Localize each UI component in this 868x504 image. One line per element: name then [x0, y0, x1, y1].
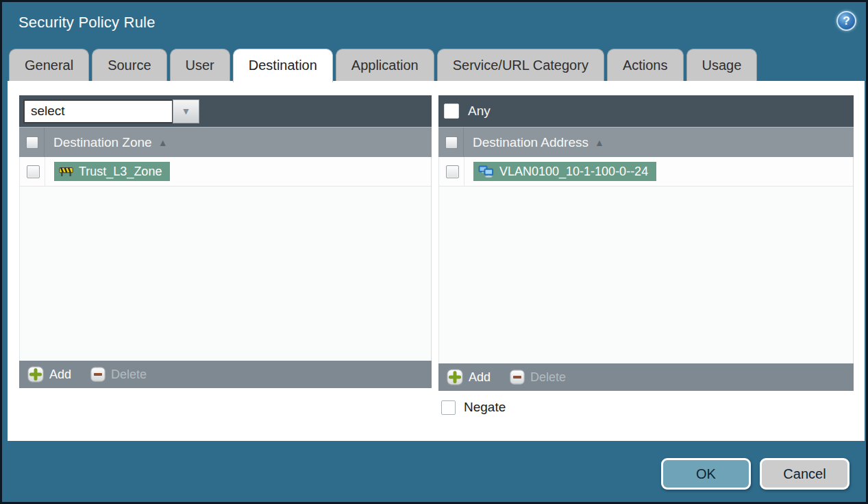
- zone-select-bar: ▼: [19, 95, 432, 127]
- address-icon: [478, 165, 494, 178]
- zone-select-all-checkbox[interactable]: [26, 136, 38, 149]
- delete-icon: [90, 367, 106, 382]
- table-row[interactable]: Trust_L3_Zone: [20, 157, 431, 187]
- dialog-title: Security Policy Rule: [18, 14, 156, 32]
- sort-asc-icon: ▲: [595, 137, 604, 148]
- tab-general[interactable]: General: [9, 49, 89, 81]
- tab-application[interactable]: Application: [336, 49, 434, 81]
- zone-row-checkbox-cell: [20, 157, 45, 186]
- destination-tab-content: ▼ Destination Zone ▲: [8, 81, 865, 441]
- help-icon[interactable]: ?: [836, 11, 856, 31]
- cancel-button[interactable]: Cancel: [760, 458, 850, 490]
- tab-bar: General Source User Destination Applicat…: [9, 49, 757, 81]
- address-delete-button[interactable]: Delete: [510, 370, 566, 385]
- chevron-down-icon: ▼: [182, 106, 191, 117]
- table-row[interactable]: VLAN0100_10-1-100-0--24: [439, 157, 853, 187]
- zone-add-label: Add: [49, 368, 71, 382]
- security-policy-rule-dialog: Security Policy Rule ? General Source Us…: [0, 0, 868, 504]
- sort-asc-icon: ▲: [158, 137, 168, 148]
- title-bar: Security Policy Rule ?: [2, 2, 866, 46]
- address-panel-footer: Add Delete: [438, 363, 854, 391]
- tab-source[interactable]: Source: [92, 49, 166, 81]
- zone-panel-footer: Add Delete: [19, 361, 432, 388]
- add-icon: [27, 366, 44, 383]
- negate-checkbox[interactable]: [441, 400, 456, 415]
- address-header-checkbox-cell: [438, 128, 464, 157]
- address-entry-label: VLAN0100_10-1-100-0--24: [499, 165, 648, 179]
- delete-icon: [510, 370, 525, 385]
- address-add-button[interactable]: Add: [447, 369, 491, 385]
- negate-label: Negate: [464, 400, 506, 415]
- tab-destination[interactable]: Destination: [233, 49, 333, 82]
- zone-entry-chip[interactable]: Trust_L3_Zone: [54, 162, 170, 181]
- address-entry-chip[interactable]: VLAN0100_10-1-100-0--24: [473, 162, 656, 181]
- tab-usage[interactable]: Usage: [686, 49, 758, 81]
- zone-icon: [59, 167, 73, 177]
- address-select-all-checkbox[interactable]: [445, 136, 458, 149]
- address-add-label: Add: [469, 370, 491, 385]
- tab-service-url-category[interactable]: Service/URL Category: [437, 49, 604, 81]
- zone-column-title: Destination Zone: [53, 135, 152, 150]
- add-icon: [447, 369, 463, 385]
- any-label: Any: [468, 104, 491, 119]
- zone-list: Trust_L3_Zone: [19, 157, 432, 361]
- zone-entry-label: Trust_L3_Zone: [79, 165, 162, 179]
- help-glyph: ?: [843, 14, 850, 28]
- address-any-bar: Any: [438, 95, 854, 127]
- negate-row: Negate: [441, 400, 506, 415]
- address-list: VLAN0100_10-1-100-0--24: [438, 157, 854, 363]
- zone-select-input[interactable]: [23, 99, 173, 123]
- zone-delete-label: Delete: [111, 368, 147, 382]
- address-delete-label: Delete: [530, 370, 566, 385]
- zone-column-header[interactable]: Destination Zone ▲: [19, 127, 432, 157]
- destination-address-panel: Any Destination Address ▲: [438, 95, 854, 391]
- zone-row-checkbox[interactable]: [27, 165, 40, 178]
- tab-user[interactable]: User: [170, 49, 230, 81]
- any-checkbox[interactable]: [444, 104, 459, 119]
- zone-select-combobox: ▼: [23, 99, 199, 123]
- address-row-checkbox-cell: [439, 157, 464, 186]
- zone-header-checkbox-cell: [19, 128, 45, 157]
- address-row-checkbox[interactable]: [446, 165, 459, 178]
- zone-add-button[interactable]: Add: [27, 366, 71, 383]
- address-column-title: Destination Address: [473, 135, 588, 150]
- destination-zone-panel: ▼ Destination Zone ▲: [19, 95, 432, 388]
- address-column-header[interactable]: Destination Address ▲: [438, 127, 854, 157]
- ok-button[interactable]: OK: [661, 458, 751, 490]
- tab-actions[interactable]: Actions: [607, 49, 684, 81]
- zone-select-dropdown-button[interactable]: ▼: [173, 99, 199, 123]
- zone-delete-button[interactable]: Delete: [90, 367, 147, 382]
